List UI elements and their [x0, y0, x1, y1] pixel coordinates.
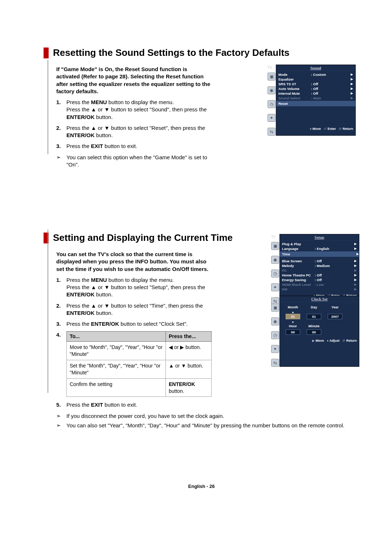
sound-icon: ◉: [271, 317, 279, 325]
osd-title: TV Clock Set: [280, 296, 359, 302]
step: To... Press the... Move to "Month", "Day…: [56, 331, 212, 397]
picture-icon: ▣: [271, 242, 279, 250]
step: Press the ▲ or ▼ button to select "Time"…: [56, 302, 212, 317]
sound-icon: ◉: [271, 256, 279, 264]
manual-page: Resetting the Sound Settings to the Fact…: [0, 0, 392, 507]
setup-icon: ✦: [271, 283, 279, 291]
clock-value-selected: 01: [286, 314, 300, 319]
step: Press the ▲ or ▼ button to select "Reset…: [56, 124, 212, 139]
picture-icon: ▣: [271, 304, 279, 312]
section-title: Setting and Displaying the Current Time: [53, 232, 233, 243]
note: You can select this option when the "Gam…: [56, 154, 212, 169]
margin-line: [48, 60, 48, 154]
margin-line: [48, 230, 48, 393]
clock-value: 2007: [328, 314, 342, 319]
table-header: To...: [67, 332, 166, 342]
osd-category-icons: ▣ ◉ ◷ ✦ ⇆: [267, 65, 276, 136]
step: Press the ENTER/OK button to select "Clo…: [56, 320, 212, 328]
clock-label: Year: [328, 305, 342, 309]
osd-menu-list: ModeCustom▶ Equalizer▶ SRS TS XTOff▶ Aut…: [276, 71, 355, 126]
osd-screenshot-setup: ▣ ◉ ◷ ✦ ⇆ TV Setup Plug & Play▶ Language…: [271, 234, 359, 305]
osd-clock-body: Month Day Year ▲ 01 01 2007 ▼ Hour Minut…: [280, 302, 359, 338]
clock-label: Day: [307, 305, 321, 309]
osd-category-icons: ▣ ◉ ◷ ✦ ⇆: [271, 296, 279, 367]
clock-label: Hour: [286, 324, 300, 328]
page-footer: English - 26: [44, 484, 359, 489]
note: If you disconnect the power cord, you ha…: [56, 412, 359, 420]
table-row: Set the "Month", "Day", "Year", "Hour "o…: [67, 360, 212, 378]
channel-icon: ◷: [268, 100, 275, 108]
table-header: Press the...: [166, 332, 211, 342]
osd-footer-hints: ♦ Move ⏎ Enter ↺ Return: [276, 126, 355, 132]
input-icon: ⇆: [271, 359, 279, 367]
section-title: Resetting the Sound Settings to the Fact…: [53, 47, 290, 58]
osd-selected-row: Time▶: [280, 251, 359, 257]
osd-category-icons: ▣ ◉ ◷ ✦ ⇆: [271, 234, 279, 305]
osd-footer-hints: ▶ Move ♦ Adjust ↺ Return: [280, 338, 359, 344]
section-heading: Resetting the Sound Settings to the Fact…: [44, 47, 359, 58]
step: Press the EXIT button to exit.: [56, 401, 212, 408]
osd-screenshot-clock-set: ▣ ◉ ◷ ✦ ⇆ TV Clock Set Month Day Year ▲: [271, 296, 359, 367]
osd-title: TV Sound: [276, 65, 355, 71]
clock-label: Minute: [307, 324, 321, 328]
channel-icon: ◷: [271, 331, 279, 339]
channel-icon: ◷: [271, 270, 279, 278]
osd-selected-row: Reset: [276, 101, 355, 106]
instruction-list: Press the MENU button to display the men…: [56, 99, 212, 150]
step: Press the EXIT button to exit.: [56, 143, 212, 150]
clock-label: Month: [286, 305, 300, 309]
table-row: Confirm the setting ENTER/OK button.: [67, 378, 212, 397]
action-table: To... Press the... Move to "Month", "Day…: [66, 331, 212, 397]
table-row: Move to "Month", "Day", "Year", "Hour "o…: [67, 342, 212, 360]
osd-screenshot-sound: ▣ ◉ ◷ ✦ ⇆ TV Sound ModeCustom▶ Equalizer…: [267, 65, 356, 136]
clock-value: 01: [307, 314, 321, 319]
note: You can also set "Year", "Month", "Day",…: [56, 422, 359, 429]
picture-icon: ▣: [268, 73, 275, 81]
section-intro: If "Game Mode" is On, the Reset Sound fu…: [56, 66, 212, 95]
section-intro: You can set the TV's clock so that the c…: [56, 251, 212, 273]
osd-title: TV Setup: [280, 234, 359, 241]
input-icon: ⇆: [268, 128, 275, 136]
step: Press the MENU button to display the men…: [56, 99, 212, 121]
heading-accent-bar: [44, 48, 49, 58]
sound-icon: ◉: [268, 86, 275, 94]
setup-icon: ✦: [271, 345, 279, 353]
osd-menu-list: Plug & Play▶ LanguageEnglish▶ Time▶ Blue…: [280, 241, 359, 293]
step: Press the MENU button to display the men…: [56, 276, 212, 299]
instruction-list: Press the MENU button to display the men…: [56, 276, 212, 409]
setup-icon: ✦: [268, 114, 275, 122]
clock-value: 00: [286, 329, 300, 335]
clock-value: 00: [307, 329, 321, 335]
